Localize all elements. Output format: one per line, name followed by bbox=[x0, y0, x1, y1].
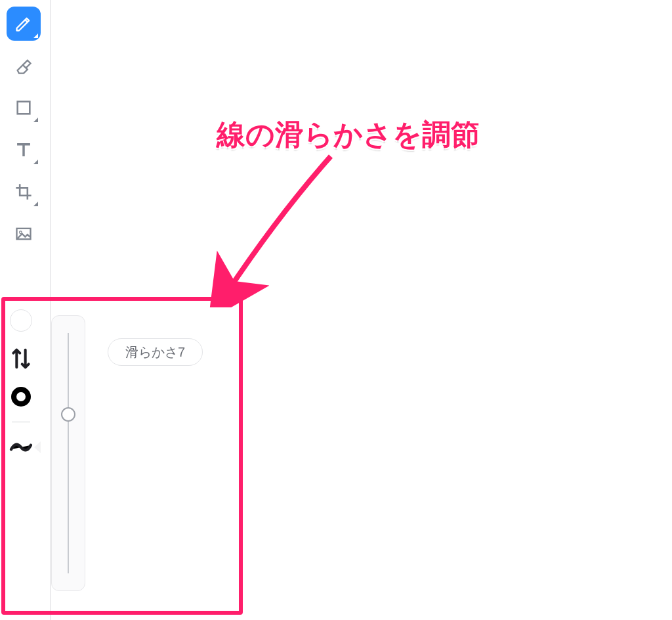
eraser-icon bbox=[14, 56, 33, 75]
stroke-thickness-button[interactable] bbox=[8, 384, 34, 410]
crop-icon bbox=[14, 183, 33, 201]
ring-icon bbox=[11, 387, 31, 407]
slider-thumb[interactable] bbox=[61, 407, 75, 422]
tooltip-value: 7 bbox=[178, 345, 185, 360]
submenu-indicator-icon bbox=[33, 160, 38, 164]
annotation-headline: 線の滑らかさを調節 bbox=[217, 116, 480, 154]
square-icon bbox=[14, 99, 33, 117]
submenu-indicator-icon bbox=[33, 202, 38, 206]
toolbar-divider bbox=[50, 0, 51, 620]
smoothness-slider-panel bbox=[51, 315, 85, 591]
line-smoothness-button[interactable] bbox=[8, 434, 34, 460]
color-swatch-icon bbox=[10, 309, 32, 332]
eraser-tool-button[interactable] bbox=[7, 49, 41, 83]
color-swatch-button[interactable] bbox=[8, 307, 34, 334]
smoothness-tooltip: 滑らかさ7 bbox=[108, 338, 203, 366]
swap-direction-button[interactable] bbox=[8, 345, 34, 372]
text-tool-button[interactable] bbox=[7, 133, 41, 167]
pen-submenu bbox=[7, 307, 35, 460]
shape-tool-button[interactable] bbox=[7, 91, 41, 125]
smoothness-slider[interactable] bbox=[68, 333, 69, 573]
wave-icon bbox=[8, 434, 34, 460]
svg-point-2 bbox=[19, 231, 22, 234]
main-toolbar bbox=[7, 7, 43, 251]
crop-tool-button[interactable] bbox=[7, 175, 41, 209]
submenu-separator bbox=[12, 422, 30, 422]
text-icon bbox=[14, 141, 33, 159]
image-tool-button[interactable] bbox=[7, 217, 41, 251]
submenu-indicator-icon bbox=[33, 33, 38, 38]
annotation-arrow-icon bbox=[206, 150, 350, 307]
svg-rect-0 bbox=[18, 102, 30, 114]
tooltip-label: 滑らかさ bbox=[125, 343, 178, 361]
image-icon bbox=[14, 225, 33, 243]
pencil-icon bbox=[14, 14, 33, 33]
pen-tool-button[interactable] bbox=[7, 7, 41, 41]
arrows-icon bbox=[8, 345, 34, 372]
submenu-indicator-icon bbox=[33, 118, 38, 122]
